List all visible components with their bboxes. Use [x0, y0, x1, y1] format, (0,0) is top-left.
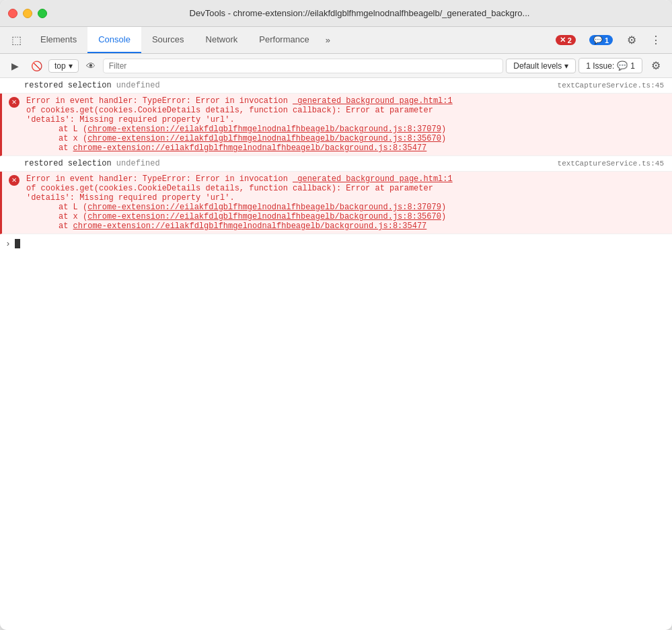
window-title: DevTools - chrome-extension://eilakfdlgb…: [55, 8, 664, 18]
tab-bar-left: ⬚: [5, 27, 27, 53]
filter-input-wrap: [103, 59, 504, 73]
stack-line-2-1: at L (chrome-extension://eilakfdlgblfhmg…: [26, 203, 524, 212]
stack-line-1-3: at chrome-extension://eilakfdlgblfhmgeln…: [26, 143, 524, 153]
context-label: top: [54, 61, 66, 71]
issue-chat-icon-inline: 💬: [617, 61, 628, 71]
stack-link-2-1[interactable]: chrome-extension://eilakfdlgblfhmgelnodn…: [87, 203, 441, 212]
error-row-2: ✕ Error in event handler: TypeError: Err…: [0, 172, 672, 234]
stack-line-1-2: at x (chrome-extension://eilakfdlgblfhmg…: [26, 134, 524, 143]
settings-button[interactable]: ⚙: [621, 30, 642, 51]
error-circle: ✕: [9, 97, 20, 108]
stack-line-2-2: at x (chrome-extension://eilakfdlgblfhmg…: [26, 212, 524, 221]
tab-performance[interactable]: Performance: [248, 27, 320, 53]
issue-button[interactable]: 1 Issue: 💬 1: [578, 58, 642, 73]
prompt-arrow: ›: [5, 239, 11, 249]
default-levels-button[interactable]: Default levels: [506, 59, 576, 73]
console-row: restored selection undefined textCapture…: [0, 78, 672, 94]
tab-more[interactable]: »: [320, 27, 336, 53]
row-content-3: restored selection undefined: [24, 158, 524, 170]
issue-count-button[interactable]: 💬 1: [584, 32, 618, 48]
undefined-text: undefined: [116, 81, 160, 90]
stack-link-1-2[interactable]: chrome-extension://eilakfdlgblfhmgelnodn…: [87, 134, 441, 143]
console-toolbar: ▶ 🚫 top 👁 Default levels 1 Issue: 💬 1 ⚙: [0, 54, 672, 78]
row-source[interactable]: textCaptureService.ts:45: [524, 79, 672, 90]
row-icon-empty: [0, 79, 24, 81]
row-source-error-2: [524, 173, 672, 175]
chevron-down-icon: [69, 61, 73, 71]
error-link-2[interactable]: _generated background page.html:1: [293, 174, 453, 184]
error-title-2: Error in event handler: TypeError: Error…: [26, 174, 293, 184]
row-source-3[interactable]: textCaptureService.ts:45: [524, 158, 672, 168]
traffic-lights: [8, 9, 47, 18]
normal-text-3: restored selection: [24, 159, 116, 168]
title-bar: DevTools - chrome-extension://eilakfdlgb…: [0, 0, 672, 27]
error-x-icon: ✕: [560, 36, 566, 44]
tab-sources[interactable]: Sources: [141, 27, 195, 53]
error-body-line2-2: of cookies.get(cookies.CookieDetails det…: [26, 184, 524, 193]
error-content-2: Error in event handler: TypeError: Error…: [26, 173, 524, 232]
filter-input[interactable]: [103, 59, 504, 73]
maximize-button[interactable]: [38, 9, 47, 18]
stack-line-1-1: at L (chrome-extension://eilakfdlgblfhmg…: [26, 125, 524, 134]
issue-count-label: 1: [630, 61, 635, 71]
tab-elements[interactable]: Elements: [30, 27, 87, 53]
toolbar-settings-button[interactable]: ⚙: [645, 55, 667, 77]
levels-chevron-icon: [564, 61, 568, 71]
console-input-row[interactable]: ›: [0, 234, 672, 253]
error-content-1: Error in event handler: TypeError: Error…: [26, 95, 524, 154]
play-button[interactable]: ▶: [5, 57, 24, 75]
cursor-icon: ⬚: [5, 30, 27, 51]
error-count-button[interactable]: ✕ 2: [550, 32, 581, 48]
error-icon-2: ✕: [2, 173, 26, 186]
console-row-3: restored selection undefined textCapture…: [0, 156, 672, 172]
issue-label: 1 Issue:: [586, 61, 614, 71]
minimize-button[interactable]: [23, 9, 32, 18]
stack-link-1-1[interactable]: chrome-extension://eilakfdlgblfhmgelnodn…: [87, 125, 441, 134]
tab-bar-right: ✕ 2 💬 1 ⚙ ⋮: [550, 27, 672, 53]
eye-button[interactable]: 👁: [81, 57, 100, 75]
row-source-error-1: [524, 95, 672, 97]
error-body-line2-1: of cookies.get(cookies.CookieDetails det…: [26, 106, 524, 115]
tab-network[interactable]: Network: [195, 27, 249, 53]
default-levels-label: Default levels: [513, 61, 562, 71]
error-link-1[interactable]: _generated background page.html:1: [293, 96, 453, 106]
error-circle-2: ✕: [9, 175, 20, 186]
issue-chat-icon: 💬: [593, 36, 603, 44]
row-icon-empty-3: [0, 158, 24, 160]
error-icon-1: ✕: [2, 95, 26, 108]
undefined-text-3: undefined: [116, 159, 160, 168]
error-row-1: ✕ Error in event handler: TypeError: Err…: [0, 94, 672, 156]
stack-link-1-3[interactable]: chrome-extension://eilakfdlgblfhmgelnodn…: [73, 143, 427, 153]
clear-button[interactable]: 🚫: [27, 57, 46, 75]
error-body-line3-2: 'details': Missing required property 'ur…: [26, 193, 524, 203]
error-body-line3-1: 'details': Missing required property 'ur…: [26, 115, 524, 125]
normal-text: restored selection: [24, 81, 116, 90]
tab-bar: ⬚ Elements Console Sources Network Perfo…: [0, 27, 672, 54]
issue-badge: 💬 1: [589, 35, 613, 45]
error-badge: ✕ 2: [556, 35, 576, 45]
stack-link-2-3[interactable]: chrome-extension://eilakfdlgblfhmgelnodn…: [73, 221, 427, 231]
cursor-blink[interactable]: [15, 239, 20, 248]
stack-line-2-3: at chrome-extension://eilakfdlgblfhmgeln…: [26, 221, 524, 231]
context-selector[interactable]: top: [48, 59, 79, 73]
console-area: restored selection undefined textCapture…: [0, 78, 672, 630]
row-content: restored selection undefined: [24, 79, 524, 92]
stack-link-2-2[interactable]: chrome-extension://eilakfdlgblfhmgelnodn…: [87, 212, 441, 221]
close-button[interactable]: [8, 9, 17, 18]
more-options-button[interactable]: ⋮: [645, 30, 667, 51]
error-title-1: Error in event handler: TypeError: Error…: [26, 96, 293, 106]
tab-console[interactable]: Console: [87, 27, 141, 53]
